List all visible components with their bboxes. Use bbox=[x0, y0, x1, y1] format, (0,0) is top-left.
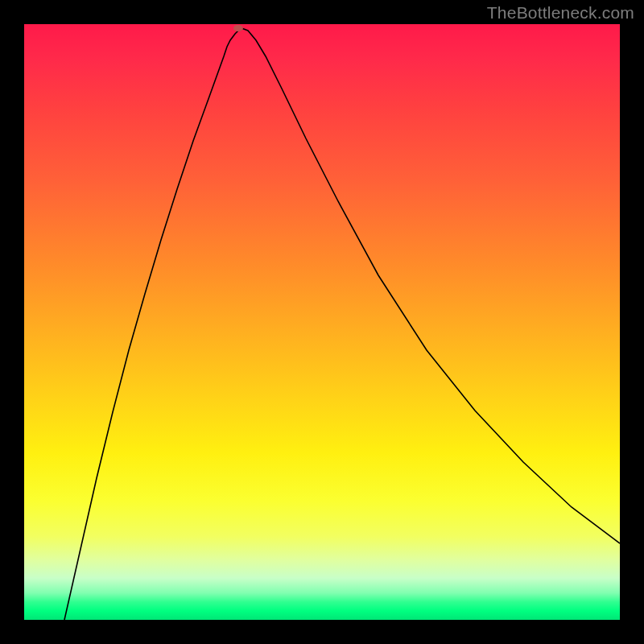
curve-layer bbox=[24, 24, 620, 620]
optimal-point-marker bbox=[233, 25, 243, 31]
attribution-text: TheBottleneck.com bbox=[487, 3, 634, 23]
plot-area bbox=[24, 24, 620, 620]
chart-frame: TheBottleneck.com bbox=[0, 0, 644, 644]
bottleneck-curve bbox=[64, 28, 620, 620]
